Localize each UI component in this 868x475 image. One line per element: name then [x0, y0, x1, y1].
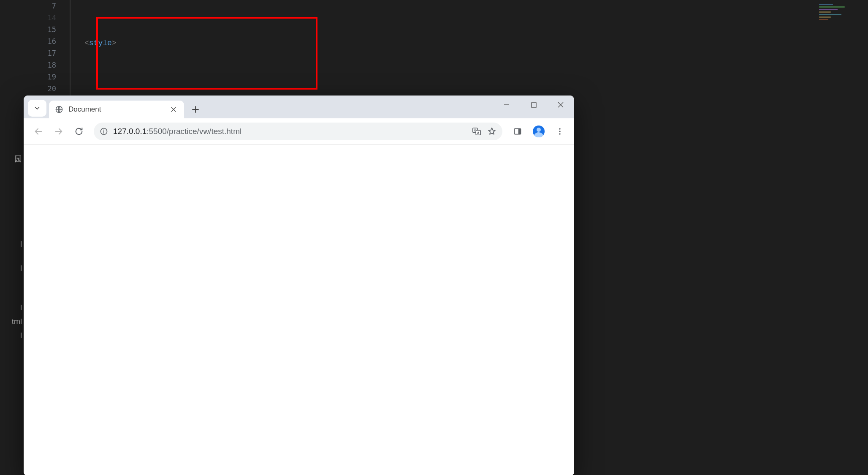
sidebar-label: l [0, 329, 24, 343]
url-text: 127.0.0.1:5500/practice/vw/test.html [113, 127, 241, 136]
tab-strip: Document [24, 96, 574, 118]
site-info-button[interactable] [100, 127, 108, 136]
sidebar-label: l [0, 301, 24, 315]
line-number: 15 [0, 24, 56, 35]
reload-icon [74, 127, 84, 136]
angle-open: < [84, 39, 89, 47]
code-line [84, 85, 282, 96]
sidebar-label: l [0, 262, 24, 276]
star-icon [487, 127, 496, 136]
browser-window: Document [24, 96, 574, 475]
line-number: 16 [0, 35, 56, 47]
forward-button[interactable] [50, 123, 68, 140]
svg-point-10 [559, 133, 561, 135]
close-icon [558, 102, 564, 108]
translate-icon [472, 127, 481, 136]
close-icon [171, 107, 176, 112]
kebab-menu-icon [556, 128, 564, 135]
svg-point-3 [103, 129, 104, 130]
minimize-button[interactable] [493, 96, 520, 114]
reload-button[interactable] [70, 123, 88, 140]
toolbar-right [508, 122, 569, 141]
line-number: 14 [0, 12, 56, 24]
search-tabs-button[interactable] [28, 100, 46, 117]
menu-button[interactable] [551, 122, 569, 141]
close-window-button[interactable] [547, 96, 574, 114]
svg-rect-5 [476, 130, 480, 135]
tab-title: Document [68, 105, 101, 114]
angle-close: > [112, 39, 117, 47]
address-bar[interactable]: 127.0.0.1:5500/practice/vw/test.html [94, 123, 502, 140]
new-tab-button[interactable] [187, 101, 204, 118]
line-number: 17 [0, 47, 56, 59]
side-panel-button[interactable] [508, 122, 527, 141]
close-tab-button[interactable] [169, 105, 178, 114]
info-icon [100, 127, 108, 136]
svg-rect-7 [518, 128, 521, 134]
svg-rect-1 [532, 103, 536, 107]
window-controls [493, 96, 574, 114]
tag-name: style [89, 39, 112, 47]
side-panel-icon [513, 127, 522, 136]
translate-button[interactable] [472, 127, 481, 136]
svg-point-9 [559, 131, 561, 132]
sidebar-label: 园 [0, 144, 24, 174]
file-explorer-edge: 园 l l l tml l [0, 144, 24, 343]
arrow-left-icon [34, 127, 43, 136]
line-number: 19 [0, 71, 56, 83]
minimize-icon [504, 102, 510, 108]
code-line: <style> [84, 37, 282, 49]
line-number: 7 [0, 0, 56, 12]
minimap[interactable] [819, 3, 865, 32]
sidebar-label: l [0, 238, 24, 251]
avatar-icon [533, 126, 545, 137]
globe-icon [55, 105, 63, 114]
arrow-right-icon [54, 127, 63, 136]
maximize-button[interactable] [520, 96, 547, 114]
chevron-down-icon [33, 104, 41, 112]
plus-icon [192, 106, 199, 113]
browser-toolbar: 127.0.0.1:5500/practice/vw/test.html [24, 118, 574, 145]
line-number: 20 [0, 83, 56, 95]
page-viewport[interactable] [24, 145, 574, 475]
back-button[interactable] [30, 123, 47, 140]
maximize-icon [531, 102, 537, 108]
svg-point-8 [559, 128, 561, 130]
sidebar-label: tml [0, 315, 24, 329]
bookmark-button[interactable] [487, 127, 496, 136]
browser-tab[interactable]: Document [49, 101, 184, 118]
profile-button[interactable] [529, 122, 548, 141]
line-number: 18 [0, 59, 56, 71]
